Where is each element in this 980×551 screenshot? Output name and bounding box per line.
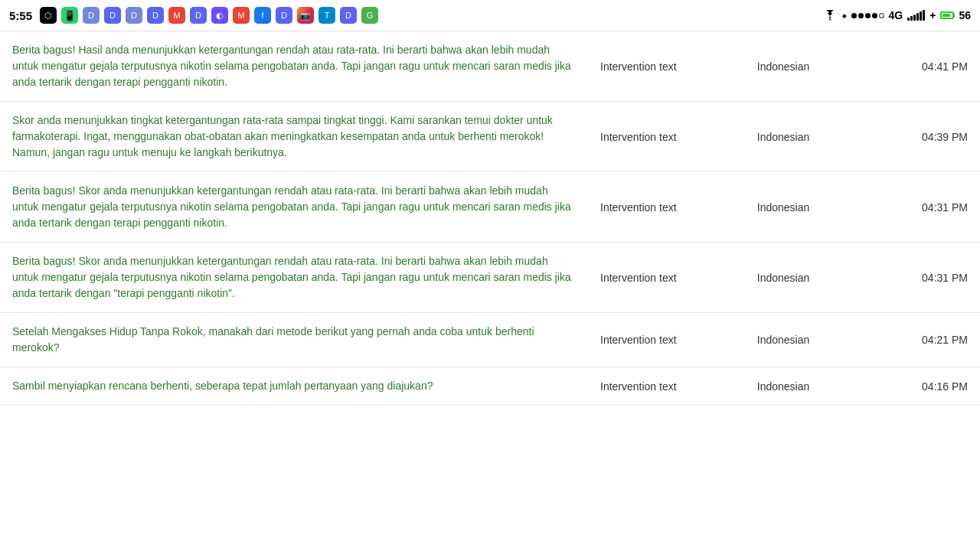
- app-icon-wa: 📱: [61, 7, 78, 24]
- status-time: 5:55: [9, 9, 32, 22]
- app-icon-gmail: M: [168, 7, 185, 24]
- status-bar: 5:55 ⬡ 📱 D D D D M D ◐ M f D 📷 T D G ⬥: [0, 0, 980, 31]
- table-cell-time: 04:21 PM: [862, 313, 980, 367]
- table-cell-text: Skor anda menunjukkan tingkat ketergantu…: [0, 102, 588, 172]
- table-cell-text: Berita bagus! Skor anda menunjukkan kete…: [0, 172, 588, 243]
- app-icon-ig: 📷: [297, 7, 314, 24]
- table-cell-time: 04:39 PM: [862, 102, 980, 172]
- table-row: Sambil menyiapkan rencana berhenti, sebe…: [0, 367, 980, 406]
- table-body: Berita bagus! Hasil anda menunjukkan ket…: [0, 31, 980, 406]
- plus-icon: +: [929, 9, 936, 21]
- app-icon-14: T: [318, 7, 335, 24]
- battery-percent: 56: [959, 9, 971, 21]
- table-cell-language: Indonesian: [745, 367, 863, 406]
- table-cell-type: Intervention text: [588, 367, 745, 406]
- app-icon-11: f: [254, 7, 271, 24]
- table-cell-language: Indonesian: [745, 172, 863, 243]
- table-cell-time: 04:41 PM: [862, 31, 980, 102]
- app-icon-3: D: [83, 7, 100, 24]
- signal-bars: [907, 10, 925, 21]
- app-icon-8: D: [190, 7, 207, 24]
- app-icon-9: ◐: [211, 7, 228, 24]
- table-cell-text: Berita bagus! Hasil anda menunjukkan ket…: [0, 31, 588, 102]
- wifi-icon: [823, 10, 837, 21]
- app-icon-bb: ⬡: [40, 7, 57, 24]
- svg-point-0: [828, 18, 830, 20]
- table-container: Berita bagus! Hasil anda menunjukkan ket…: [0, 31, 980, 551]
- table-cell-time: 04:31 PM: [862, 172, 980, 243]
- table-cell-type: Intervention text: [588, 172, 745, 243]
- app-icon-10: M: [233, 7, 250, 24]
- table-cell-text: Setelah Mengakses Hidup Tanpa Rokok, man…: [0, 313, 588, 367]
- table-row: Skor anda menunjukkan tingkat ketergantu…: [0, 102, 980, 172]
- table-cell-type: Intervention text: [588, 313, 745, 367]
- app-icon-12: D: [276, 7, 292, 24]
- table-cell-type: Intervention text: [588, 243, 745, 313]
- signal-indicator: ⬥: [841, 10, 847, 21]
- signal-dots: [851, 13, 884, 18]
- table-cell-text: Berita bagus! Skor anda menunjukkan kete…: [0, 243, 588, 313]
- table-row: Setelah Mengakses Hidup Tanpa Rokok, man…: [0, 313, 980, 367]
- table-cell-language: Indonesian: [745, 243, 863, 313]
- app-icon-6: D: [147, 7, 164, 24]
- battery-container: [940, 11, 954, 19]
- network-type: 4G: [889, 9, 903, 21]
- app-icon-16: G: [361, 7, 378, 24]
- table-cell-language: Indonesian: [745, 102, 863, 172]
- table-cell-type: Intervention text: [588, 102, 745, 172]
- table-cell-type: Intervention text: [588, 31, 745, 102]
- app-icon-4: D: [104, 7, 121, 24]
- table-row: Berita bagus! Hasil anda menunjukkan ket…: [0, 31, 980, 102]
- data-table: Berita bagus! Hasil anda menunjukkan ket…: [0, 31, 980, 406]
- table-cell-language: Indonesian: [745, 313, 863, 367]
- table-cell-text: Sambil menyiapkan rencana berhenti, sebe…: [0, 367, 588, 406]
- app-icon-5: D: [126, 7, 142, 24]
- status-left: 5:55 ⬡ 📱 D D D D M D ◐ M f D 📷 T D G: [9, 7, 378, 24]
- app-icon-15: D: [340, 7, 357, 24]
- table-row: Berita bagus! Skor anda menunjukkan kete…: [0, 243, 980, 313]
- table-cell-time: 04:31 PM: [862, 243, 980, 313]
- table-row: Berita bagus! Skor anda menunjukkan kete…: [0, 172, 980, 243]
- table-cell-time: 04:16 PM: [862, 367, 980, 406]
- table-cell-language: Indonesian: [745, 31, 863, 102]
- status-right: ⬥ 4G + 56: [823, 9, 971, 21]
